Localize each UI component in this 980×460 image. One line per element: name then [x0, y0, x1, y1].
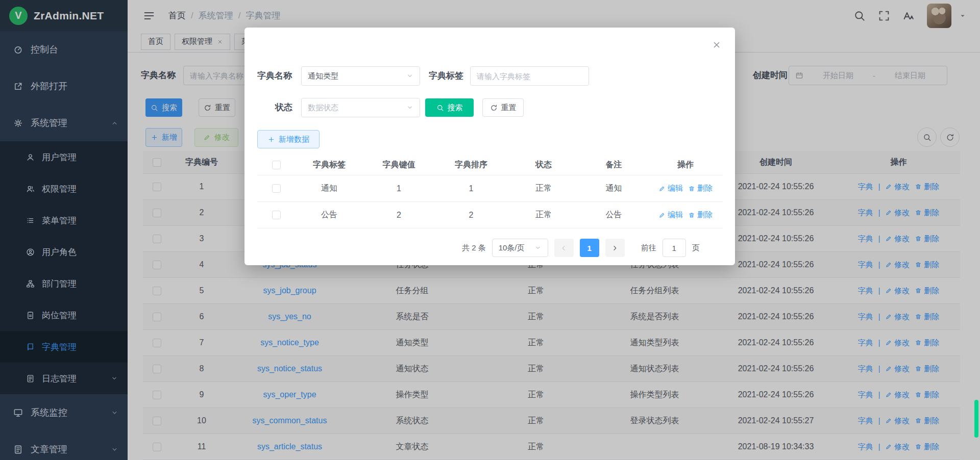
plus-icon: [267, 136, 275, 143]
dialog-table-row: 通知11正常通知编辑删除: [257, 175, 723, 202]
column-header: 字典键值: [363, 155, 434, 175]
dialog-table-header-row: 字典标签字典键值字典排序状态备注操作: [257, 155, 723, 175]
dialog-reset-button[interactable]: 重置: [482, 98, 524, 117]
cell-remark: 通知: [579, 175, 648, 202]
dialog-status-select[interactable]: 数据状态: [301, 98, 420, 117]
chevron-down-icon: [406, 104, 413, 111]
cell-operations: 编辑删除: [648, 202, 723, 228]
selected-dict-name: 通知类型: [308, 71, 338, 81]
cell-dict-value: 2: [363, 202, 434, 228]
search-icon: [436, 104, 444, 112]
dialog-status-label: 状态: [275, 102, 292, 113]
cell-dict-label: 公告: [295, 202, 363, 228]
cell-remark: 公告: [579, 202, 648, 228]
op-edit-link[interactable]: 编辑: [658, 184, 683, 193]
dialog-search-button[interactable]: 搜索: [425, 98, 474, 117]
chevron-left-icon: [560, 244, 568, 252]
cell-status: 正常: [508, 202, 579, 228]
op-delete-link[interactable]: 删除: [688, 210, 713, 220]
dialog-dict-label-label: 字典标签: [429, 70, 463, 82]
page-scrollbar-thumb[interactable]: [974, 400, 978, 438]
row-checkbox[interactable]: [272, 211, 281, 219]
dialog-add-data-button[interactable]: 新增数据: [257, 130, 320, 148]
cell-status: 正常: [508, 175, 579, 202]
dialog-dict-name-select[interactable]: 通知类型: [301, 66, 420, 86]
column-header: 字典排序: [434, 155, 508, 175]
op-delete-link[interactable]: 删除: [688, 184, 713, 193]
dialog-select-all-checkbox[interactable]: [272, 161, 281, 169]
dialog-search-label: 搜索: [448, 103, 463, 113]
row-checkbox[interactable]: [272, 184, 281, 193]
column-header: 状态: [508, 155, 579, 175]
column-header: 操作: [648, 155, 723, 175]
column-header: 备注: [579, 155, 648, 175]
pagination-total: 共 2 条: [462, 243, 486, 253]
pagination: 共 2 条 10条/页 1 前往 页: [462, 239, 700, 257]
dialog-add-data-label: 新增数据: [279, 135, 309, 144]
column-header: 字典标签: [295, 155, 363, 175]
prev-page-button[interactable]: [554, 239, 574, 257]
page-size-select[interactable]: 10条/页: [492, 239, 548, 257]
cell-dict-sort: 2: [434, 202, 508, 228]
dialog-dict-name-label: 字典名称: [257, 70, 292, 82]
dialog-close-icon[interactable]: [712, 40, 722, 50]
chevron-down-icon: [406, 72, 413, 80]
chevron-down-icon: [534, 244, 542, 251]
goto-page-input[interactable]: [663, 239, 686, 257]
status-select-placeholder: 数据状态: [308, 103, 338, 113]
page-number-button[interactable]: 1: [580, 239, 599, 257]
dialog-dict-label-input[interactable]: [470, 66, 589, 86]
dict-data-dialog: 字典名称 通知类型 字典标签 状态 数据状态 搜索 重置 新增数据 字典标签字典…: [244, 28, 735, 265]
cell-operations: 编辑删除: [648, 175, 723, 202]
dict-data-table: 字典标签字典键值字典排序状态备注操作通知11正常通知编辑删除公告22正常公告编辑…: [257, 155, 723, 228]
cell-dict-label: 通知: [295, 175, 363, 202]
page-size-value: 10条/页: [499, 243, 525, 253]
goto-label: 前往: [641, 243, 656, 253]
dialog-table-row: 公告22正常公告编辑删除: [257, 202, 723, 228]
op-edit-link[interactable]: 编辑: [658, 210, 683, 220]
dialog-reset-label: 重置: [501, 103, 517, 113]
page-unit-label: 页: [692, 243, 700, 253]
refresh-icon: [490, 104, 498, 112]
next-page-button[interactable]: [605, 239, 625, 257]
cell-dict-value: 1: [363, 175, 434, 202]
cell-dict-sort: 1: [434, 175, 508, 202]
chevron-right-icon: [611, 244, 619, 252]
